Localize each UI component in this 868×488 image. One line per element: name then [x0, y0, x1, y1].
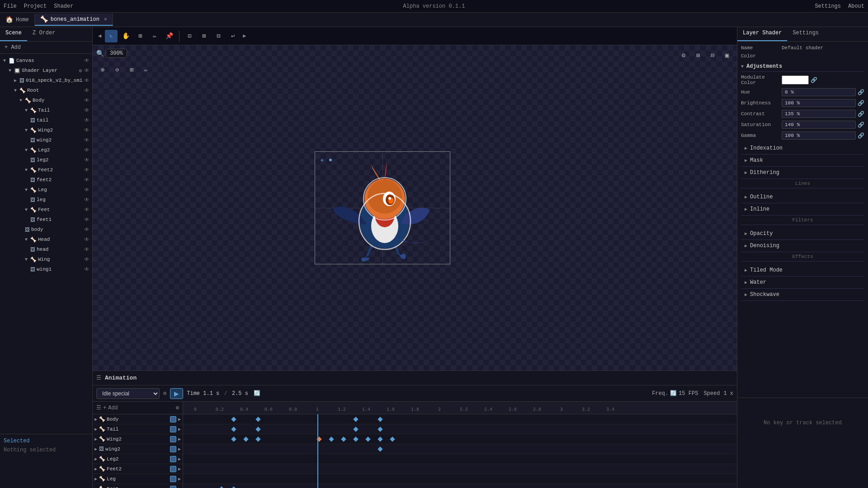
- track-feet-expand[interactable]: ▶: [94, 486, 97, 488]
- track-leg-arrow[interactable]: ▶: [178, 476, 181, 482]
- root-expand-icon[interactable]: ▼: [13, 88, 18, 93]
- track-tail[interactable]: ▶ 🦴 Tail ▶: [93, 424, 183, 434]
- canvas-view2-btn[interactable]: ⊟: [706, 49, 719, 61]
- leg2-vis-icon[interactable]: 👁: [83, 147, 90, 154]
- wing2-img-vis-icon[interactable]: 👁: [83, 137, 90, 144]
- track-feet2-expand[interactable]: ▶: [94, 466, 97, 472]
- keyframe[interactable]: [377, 436, 382, 441]
- tail-expand-icon[interactable]: ▼: [24, 108, 29, 113]
- contrast-value[interactable]: 135 %: [782, 110, 856, 118]
- layer-shader[interactable]: ▼ 🔲 Shader Layer ⚙ 👁: [0, 66, 92, 75]
- layer-tail-img[interactable]: 🖼 tail 👁: [0, 115, 92, 125]
- track-leg-expand[interactable]: ▶: [94, 476, 97, 482]
- feet-vis-icon[interactable]: 👁: [83, 206, 90, 213]
- keyframe[interactable]: [390, 436, 395, 441]
- track-feet[interactable]: ▶ 🦴 Feet ▶: [93, 484, 183, 488]
- tail-vis-icon[interactable]: 👁: [83, 107, 90, 114]
- grid-tool-btn[interactable]: ⊞: [198, 30, 210, 42]
- keyframe[interactable]: [353, 427, 358, 432]
- tab-home[interactable]: 🏠 Home: [0, 14, 35, 25]
- layer-wing[interactable]: ▼ 🦴 Wing 👁: [0, 254, 92, 264]
- mask-section[interactable]: ▶ Mask: [741, 155, 864, 167]
- keyframe[interactable]: [255, 417, 260, 422]
- about-link[interactable]: About: [848, 3, 864, 9]
- layer-head[interactable]: ▼ 🦴 Head 👁: [0, 235, 92, 244]
- zoom-display[interactable]: 300%: [106, 49, 127, 58]
- track-body-arrow[interactable]: ▶: [178, 417, 181, 422]
- adjustments-section[interactable]: ▼ Adjustments: [741, 61, 864, 72]
- track-wing2[interactable]: ▶ 🦴 Wing2 ▶: [93, 434, 183, 444]
- align-v-btn[interactable]: ⊖: [111, 63, 123, 76]
- body-vis-icon[interactable]: 👁: [83, 97, 90, 104]
- feet2-expand-icon[interactable]: ▼: [24, 168, 29, 173]
- keyframe[interactable]: [219, 486, 224, 488]
- z-order-tab[interactable]: Z Order: [27, 27, 61, 41]
- track-leg2-arrow[interactable]: ▶: [178, 456, 181, 462]
- body-img-vis-icon[interactable]: 👁: [83, 226, 90, 233]
- leg-vis-icon[interactable]: 👁: [83, 187, 90, 193]
- wing-expand-icon[interactable]: ▼: [24, 257, 29, 262]
- menu-shader[interactable]: Shader: [54, 3, 73, 9]
- pan-tool-btn[interactable]: ✋: [119, 30, 132, 42]
- track-wing2-arrow[interactable]: ▶: [178, 436, 181, 442]
- shockwave-section[interactable]: ▶ Shockwave: [741, 289, 864, 301]
- keyframe[interactable]: [231, 417, 236, 422]
- play-button[interactable]: ▶: [170, 388, 183, 399]
- layer-feet[interactable]: ▼ 🦴 Feet 👁: [0, 205, 92, 215]
- tab-close-btn[interactable]: ✕: [104, 16, 107, 23]
- timeline-row-leg[interactable]: [183, 474, 737, 484]
- track-tail-expand[interactable]: ▶: [94, 427, 97, 432]
- animation-select[interactable]: Idle special: [96, 388, 160, 399]
- layer-feet2[interactable]: ▼ 🦴 Feet2 👁: [0, 165, 92, 175]
- pin-tool-btn[interactable]: 📌: [163, 30, 175, 42]
- keyframe[interactable]: [231, 427, 236, 432]
- track-wing2-check[interactable]: [170, 436, 176, 442]
- timeline-row-tail[interactable]: [183, 424, 737, 434]
- head-img-vis-icon[interactable]: 👁: [83, 246, 90, 253]
- track-leg2-check[interactable]: [170, 456, 176, 462]
- hue-value[interactable]: 0 %: [782, 88, 856, 96]
- track-tail-arrow[interactable]: ▶: [178, 427, 181, 432]
- track-leg2-expand[interactable]: ▶: [94, 456, 97, 462]
- canvas-settings-btn[interactable]: ⚙: [677, 49, 690, 61]
- right-tab-layer-shader[interactable]: Layer Shader: [737, 27, 787, 41]
- tracks-add-icon[interactable]: +: [103, 405, 106, 411]
- distribute-btn[interactable]: ⊞: [125, 63, 138, 76]
- keyframe[interactable]: [231, 486, 236, 488]
- brightness-value[interactable]: 100 %: [782, 99, 856, 107]
- toolbar-scroll-right[interactable]: ▶: [241, 33, 248, 39]
- settings-link[interactable]: Settings: [815, 3, 841, 9]
- tracks-add-label[interactable]: Add: [108, 405, 118, 411]
- track-feet2-arrow[interactable]: ▶: [178, 466, 181, 472]
- saturation-value[interactable]: 140 %: [782, 121, 856, 129]
- wing2-expand-icon[interactable]: ▼: [24, 128, 29, 133]
- scene-tab[interactable]: Scene: [0, 27, 27, 41]
- layer-canvas[interactable]: ▼ 📄 Canvas 👁: [0, 56, 92, 66]
- timeline-row-feet2[interactable]: [183, 464, 737, 474]
- timeline-row-wing2[interactable]: [183, 434, 737, 444]
- leg-img-vis-icon[interactable]: 👁: [83, 197, 90, 203]
- undo-tool-btn[interactable]: ↩: [226, 30, 239, 42]
- track-leg2[interactable]: ▶ 🦴 Leg2 ▶: [93, 454, 183, 464]
- layer-leg[interactable]: ▼ 🦴 Leg 👁: [0, 185, 92, 195]
- layer-wing2[interactable]: ▼ 🦴 Wing2 👁: [0, 125, 92, 135]
- head-expand-icon[interactable]: ▼: [24, 237, 29, 242]
- body-expand-icon[interactable]: ▼: [18, 98, 24, 103]
- leg2-expand-icon[interactable]: ▼: [24, 148, 29, 153]
- shader-vis-icon[interactable]: 👁: [83, 67, 90, 74]
- add-button[interactable]: + Add: [0, 42, 92, 54]
- layer-feet1-img[interactable]: 🖼 feet1 👁: [0, 215, 92, 225]
- shader-settings-icon[interactable]: ⚙: [79, 68, 82, 74]
- gamma-value[interactable]: 100 %: [782, 131, 856, 140]
- track-body[interactable]: ▶ 🦴 Body ▶: [93, 414, 183, 424]
- canvas-expand-icon[interactable]: ▼: [2, 58, 7, 63]
- layer-leg2-img[interactable]: 🖼 leg2 👁: [0, 155, 92, 165]
- feet1-img-vis-icon[interactable]: 👁: [83, 216, 90, 223]
- timeline-row-leg2[interactable]: [183, 454, 737, 464]
- wing2-vis-icon[interactable]: 👁: [83, 127, 90, 134]
- tail-img-vis-icon[interactable]: 👁: [83, 117, 90, 124]
- anim-menu-icon[interactable]: ☰: [96, 375, 101, 381]
- keyframe[interactable]: [377, 427, 382, 432]
- right-tab-settings[interactable]: Settings: [787, 27, 824, 41]
- canvas-viewport[interactable]: 🔍 300% ⊕ ⊖ ⊞ ✏ ⚙ ⊞ ⊟ ▣: [93, 45, 737, 371]
